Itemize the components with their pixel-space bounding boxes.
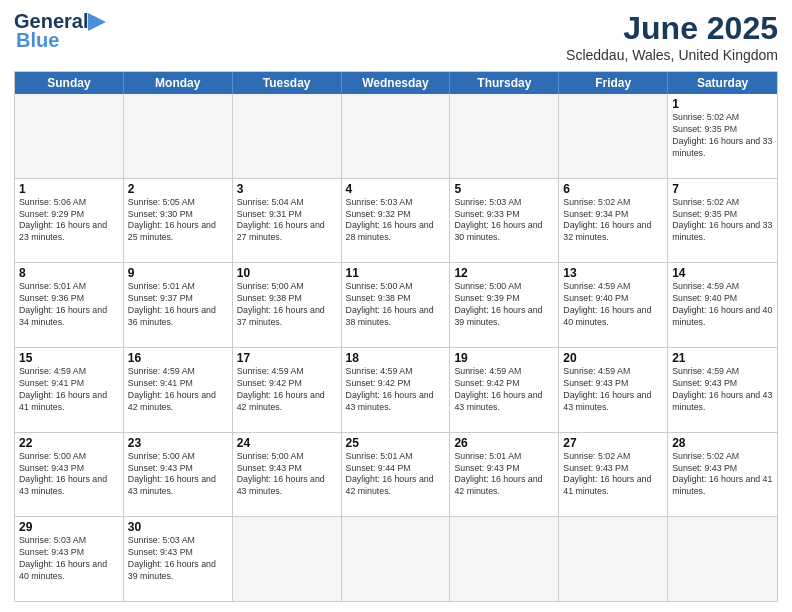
cell-2-0: 8 Sunrise: 5:01 AMSunset: 9:36 PMDayligh… — [15, 263, 124, 347]
day-number: 22 — [19, 436, 119, 450]
day-number: 8 — [19, 266, 119, 280]
cell-5-6 — [668, 517, 777, 601]
logo: General Blue — [14, 10, 110, 52]
calendar-header: Sunday Monday Tuesday Wednesday Thursday… — [15, 72, 777, 94]
header-saturday: Saturday — [668, 72, 777, 94]
day-number: 14 — [672, 266, 773, 280]
cell-info: Sunrise: 5:03 AMSunset: 9:43 PMDaylight:… — [19, 535, 119, 583]
cell-4-5: 27 Sunrise: 5:02 AMSunset: 9:43 PMDaylig… — [559, 433, 668, 517]
cell-info: Sunrise: 4:59 AMSunset: 9:42 PMDaylight:… — [454, 366, 554, 414]
cell-2-1: 9 Sunrise: 5:01 AMSunset: 9:37 PMDayligh… — [124, 263, 233, 347]
cell-info: Sunrise: 5:04 AMSunset: 9:31 PMDaylight:… — [237, 197, 337, 245]
cell-info: Sunrise: 5:02 AMSunset: 9:35 PMDaylight:… — [672, 112, 773, 160]
cell-info: Sunrise: 4:59 AMSunset: 9:42 PMDaylight:… — [237, 366, 337, 414]
calendar-title: June 2025 — [566, 10, 778, 47]
cell-5-1: 30 Sunrise: 5:03 AMSunset: 9:43 PMDaylig… — [124, 517, 233, 601]
cell-3-2: 17 Sunrise: 4:59 AMSunset: 9:42 PMDaylig… — [233, 348, 342, 432]
day-number: 29 — [19, 520, 119, 534]
cell-2-4: 12 Sunrise: 5:00 AMSunset: 9:39 PMDaylig… — [450, 263, 559, 347]
cell-1-1: 2 Sunrise: 5:05 AMSunset: 9:30 PMDayligh… — [124, 179, 233, 263]
cell-0-4 — [450, 94, 559, 178]
cell-0-1 — [124, 94, 233, 178]
day-number: 7 — [672, 182, 773, 196]
day-number: 15 — [19, 351, 119, 365]
cell-info: Sunrise: 5:03 AMSunset: 9:43 PMDaylight:… — [128, 535, 228, 583]
day-number: 13 — [563, 266, 663, 280]
cell-1-2: 3 Sunrise: 5:04 AMSunset: 9:31 PMDayligh… — [233, 179, 342, 263]
day-number: 23 — [128, 436, 228, 450]
day-number: 21 — [672, 351, 773, 365]
week-row-3: 15 Sunrise: 4:59 AMSunset: 9:41 PMDaylig… — [15, 347, 777, 432]
logo-arrow-icon — [88, 13, 110, 31]
cell-info: Sunrise: 5:02 AMSunset: 9:43 PMDaylight:… — [672, 451, 773, 499]
cell-4-4: 26 Sunrise: 5:01 AMSunset: 9:43 PMDaylig… — [450, 433, 559, 517]
cell-0-6: 1 Sunrise: 5:02 AMSunset: 9:35 PMDayligh… — [668, 94, 777, 178]
cell-5-2 — [233, 517, 342, 601]
day-number: 5 — [454, 182, 554, 196]
cell-info: Sunrise: 5:03 AMSunset: 9:32 PMDaylight:… — [346, 197, 446, 245]
cell-info: Sunrise: 5:06 AMSunset: 9:29 PMDaylight:… — [19, 197, 119, 245]
day-number: 28 — [672, 436, 773, 450]
cell-4-2: 24 Sunrise: 5:00 AMSunset: 9:43 PMDaylig… — [233, 433, 342, 517]
week-row-4: 22 Sunrise: 5:00 AMSunset: 9:43 PMDaylig… — [15, 432, 777, 517]
day-number: 10 — [237, 266, 337, 280]
day-number: 30 — [128, 520, 228, 534]
logo-blue: Blue — [16, 29, 59, 52]
cell-1-3: 4 Sunrise: 5:03 AMSunset: 9:32 PMDayligh… — [342, 179, 451, 263]
header-tuesday: Tuesday — [233, 72, 342, 94]
cell-info: Sunrise: 5:00 AMSunset: 9:43 PMDaylight:… — [19, 451, 119, 499]
cell-2-2: 10 Sunrise: 5:00 AMSunset: 9:38 PMDaylig… — [233, 263, 342, 347]
cell-info: Sunrise: 5:03 AMSunset: 9:33 PMDaylight:… — [454, 197, 554, 245]
cell-info: Sunrise: 5:01 AMSunset: 9:37 PMDaylight:… — [128, 281, 228, 329]
cell-1-4: 5 Sunrise: 5:03 AMSunset: 9:33 PMDayligh… — [450, 179, 559, 263]
cell-info: Sunrise: 4:59 AMSunset: 9:40 PMDaylight:… — [563, 281, 663, 329]
cell-info: Sunrise: 5:00 AMSunset: 9:38 PMDaylight:… — [346, 281, 446, 329]
cell-5-5 — [559, 517, 668, 601]
calendar-subtitle: Scleddau, Wales, United Kingdom — [566, 47, 778, 63]
cell-info: Sunrise: 5:02 AMSunset: 9:43 PMDaylight:… — [563, 451, 663, 499]
cell-info: Sunrise: 4:59 AMSunset: 9:41 PMDaylight:… — [128, 366, 228, 414]
cell-info: Sunrise: 5:01 AMSunset: 9:36 PMDaylight:… — [19, 281, 119, 329]
cell-4-3: 25 Sunrise: 5:01 AMSunset: 9:44 PMDaylig… — [342, 433, 451, 517]
day-number: 4 — [346, 182, 446, 196]
cell-3-4: 19 Sunrise: 4:59 AMSunset: 9:42 PMDaylig… — [450, 348, 559, 432]
cell-info: Sunrise: 5:01 AMSunset: 9:44 PMDaylight:… — [346, 451, 446, 499]
header-wednesday: Wednesday — [342, 72, 451, 94]
cell-3-5: 20 Sunrise: 4:59 AMSunset: 9:43 PMDaylig… — [559, 348, 668, 432]
cell-3-0: 15 Sunrise: 4:59 AMSunset: 9:41 PMDaylig… — [15, 348, 124, 432]
cell-info: Sunrise: 5:02 AMSunset: 9:35 PMDaylight:… — [672, 197, 773, 245]
cell-2-3: 11 Sunrise: 5:00 AMSunset: 9:38 PMDaylig… — [342, 263, 451, 347]
cell-info: Sunrise: 5:00 AMSunset: 9:39 PMDaylight:… — [454, 281, 554, 329]
svg-marker-0 — [88, 13, 106, 31]
week-row-2: 8 Sunrise: 5:01 AMSunset: 9:36 PMDayligh… — [15, 262, 777, 347]
cell-0-3 — [342, 94, 451, 178]
week-row-1: 1 Sunrise: 5:06 AMSunset: 9:29 PMDayligh… — [15, 178, 777, 263]
header-sunday: Sunday — [15, 72, 124, 94]
day-number: 2 — [128, 182, 228, 196]
cell-5-3 — [342, 517, 451, 601]
day-number: 25 — [346, 436, 446, 450]
cell-info: Sunrise: 5:00 AMSunset: 9:38 PMDaylight:… — [237, 281, 337, 329]
day-number: 3 — [237, 182, 337, 196]
header: General Blue June 2025 Scleddau, Wales, … — [14, 10, 778, 63]
day-number: 1 — [19, 182, 119, 196]
day-number: 26 — [454, 436, 554, 450]
header-monday: Monday — [124, 72, 233, 94]
cell-3-1: 16 Sunrise: 4:59 AMSunset: 9:41 PMDaylig… — [124, 348, 233, 432]
cell-info: Sunrise: 4:59 AMSunset: 9:42 PMDaylight:… — [346, 366, 446, 414]
week-row-0: 1 Sunrise: 5:02 AMSunset: 9:35 PMDayligh… — [15, 94, 777, 178]
day-number: 18 — [346, 351, 446, 365]
day-number: 20 — [563, 351, 663, 365]
day-number: 27 — [563, 436, 663, 450]
cell-2-6: 14 Sunrise: 4:59 AMSunset: 9:40 PMDaylig… — [668, 263, 777, 347]
cell-info: Sunrise: 5:01 AMSunset: 9:43 PMDaylight:… — [454, 451, 554, 499]
cell-2-5: 13 Sunrise: 4:59 AMSunset: 9:40 PMDaylig… — [559, 263, 668, 347]
cell-1-0: 1 Sunrise: 5:06 AMSunset: 9:29 PMDayligh… — [15, 179, 124, 263]
cell-info: Sunrise: 4:59 AMSunset: 9:41 PMDaylight:… — [19, 366, 119, 414]
header-thursday: Thursday — [450, 72, 559, 94]
day-number: 24 — [237, 436, 337, 450]
cell-5-4 — [450, 517, 559, 601]
cell-4-1: 23 Sunrise: 5:00 AMSunset: 9:43 PMDaylig… — [124, 433, 233, 517]
day-number: 11 — [346, 266, 446, 280]
week-row-5: 29 Sunrise: 5:03 AMSunset: 9:43 PMDaylig… — [15, 516, 777, 601]
